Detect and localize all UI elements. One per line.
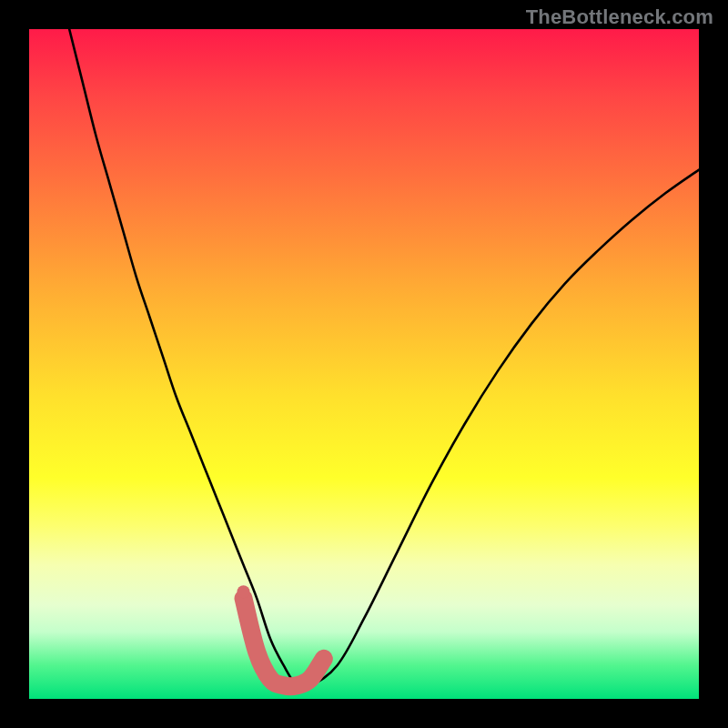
chart-svg [29, 29, 699, 699]
bottleneck-curve [69, 29, 699, 688]
optimal-region-highlight [244, 599, 324, 687]
marker-dot [238, 585, 250, 598]
watermark-text: TheBottleneck.com [526, 5, 713, 29]
chart-plot-area [29, 29, 699, 699]
